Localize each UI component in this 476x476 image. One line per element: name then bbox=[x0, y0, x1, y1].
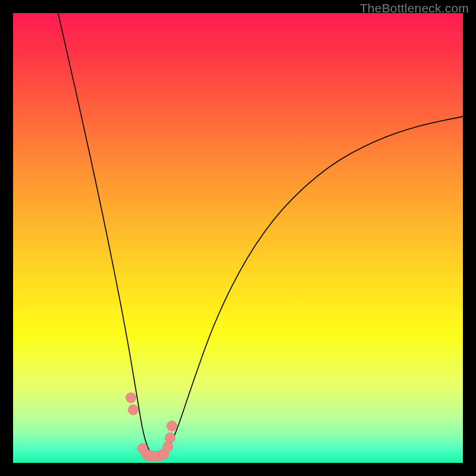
marker-point bbox=[126, 393, 136, 403]
curve-left bbox=[58, 13, 159, 456]
curve-right bbox=[159, 117, 463, 456]
data-markers bbox=[126, 393, 177, 461]
plot-area bbox=[13, 13, 463, 463]
marker-point bbox=[167, 421, 177, 431]
chart-svg bbox=[13, 13, 463, 463]
marker-point bbox=[165, 433, 175, 443]
marker-point bbox=[128, 405, 138, 415]
watermark-text: TheBottleneck.com bbox=[360, 1, 469, 15]
marker-point bbox=[163, 441, 173, 452]
